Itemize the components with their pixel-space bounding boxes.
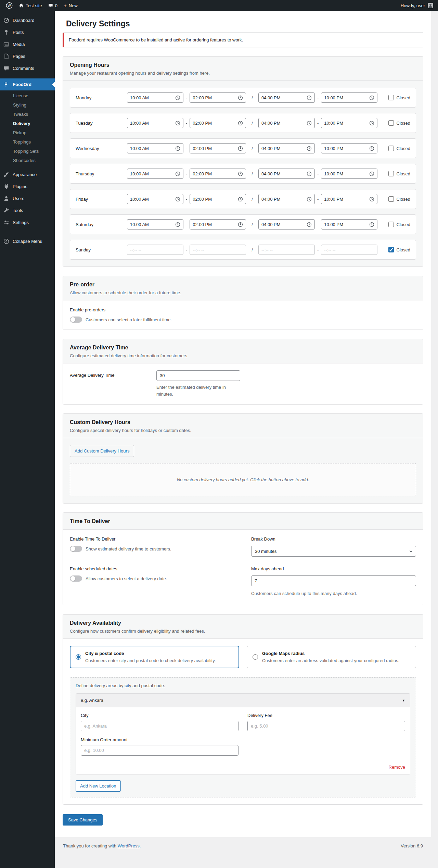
time-field-close-1[interactable] (190, 118, 246, 128)
submenu-item-topping-sets[interactable]: Topping Sets (0, 147, 55, 156)
time-input[interactable] (324, 222, 367, 227)
max-days-input[interactable] (251, 575, 416, 586)
option-city-postal-radio[interactable] (76, 654, 81, 660)
time-input[interactable] (193, 197, 236, 202)
time-input[interactable] (130, 171, 173, 176)
time-input[interactable] (193, 146, 236, 151)
add-new-location-button[interactable]: Add New Location (76, 780, 121, 792)
save-changes-button[interactable]: Save Changes (63, 814, 103, 826)
option-google-maps[interactable]: Google Maps radius Customers enter an ad… (247, 646, 416, 668)
preorder-toggle[interactable] (70, 317, 82, 323)
time-field-open-1[interactable] (127, 118, 183, 128)
closed-checkbox[interactable]: Closed (388, 146, 410, 151)
time-input[interactable] (193, 247, 243, 252)
closed-checkbox[interactable]: Closed (388, 95, 410, 100)
time-field-open-2[interactable] (258, 92, 315, 103)
location-accordion-header[interactable]: e.g. Ankara ▼ (76, 694, 410, 707)
time-field-open-2[interactable] (258, 245, 315, 255)
time-field-open-2[interactable] (258, 169, 315, 179)
time-field-close-2[interactable] (321, 118, 377, 128)
time-input[interactable] (130, 121, 173, 126)
wordpress-logo[interactable]: W (3, 0, 16, 11)
scheduled-dates-toggle[interactable] (70, 575, 82, 582)
time-input[interactable] (193, 121, 236, 126)
time-field-close-1[interactable] (190, 194, 246, 204)
time-input[interactable] (324, 95, 367, 100)
sidebar-item-appearance[interactable]: Appearance (0, 169, 55, 181)
time-field-close-1[interactable] (190, 245, 246, 255)
time-field-close-2[interactable] (321, 92, 377, 103)
howdy-user[interactable]: Howdy, user (401, 3, 425, 8)
time-field-open-1[interactable] (127, 194, 183, 204)
time-input[interactable] (193, 222, 236, 227)
sidebar-item-comments[interactable]: Comments (0, 62, 55, 74)
submenu-item-license[interactable]: License (0, 91, 55, 100)
breakdown-select[interactable]: 30 minutes (251, 546, 416, 557)
min-order-input[interactable] (81, 745, 239, 756)
avg-time-input[interactable] (156, 370, 240, 381)
site-name[interactable]: Test site (16, 0, 45, 11)
time-field-close-1[interactable] (190, 169, 246, 179)
closed-checkbox[interactable]: Closed (388, 196, 410, 202)
time-input[interactable] (130, 197, 173, 202)
closed-checkbox-input[interactable] (388, 247, 394, 252)
avatar[interactable] (428, 3, 433, 8)
time-field-close-2[interactable] (321, 219, 377, 230)
submenu-item-styling[interactable]: Styling (0, 100, 55, 110)
time-input[interactable] (130, 247, 180, 252)
time-input[interactable] (261, 171, 305, 176)
time-field-open-1[interactable] (127, 169, 183, 179)
sidebar-item-plugins[interactable]: Plugins (0, 181, 55, 193)
time-field-open-2[interactable] (258, 219, 315, 230)
option-google-maps-radio[interactable] (253, 654, 258, 660)
time-field-close-1[interactable] (190, 219, 246, 230)
time-input[interactable] (324, 171, 367, 176)
time-field-close-1[interactable] (190, 143, 246, 153)
closed-checkbox-input[interactable] (388, 222, 394, 227)
closed-checkbox-input[interactable] (388, 196, 394, 202)
closed-checkbox[interactable]: Closed (388, 222, 410, 227)
sidebar-item-pages[interactable]: Pages (0, 50, 55, 62)
time-field-open-2[interactable] (258, 143, 315, 153)
sidebar-item-media[interactable]: Media (0, 38, 55, 50)
time-input[interactable] (261, 197, 305, 202)
closed-checkbox-input[interactable] (388, 171, 394, 176)
comments-shortcut[interactable]: 0 (45, 0, 61, 11)
time-input[interactable] (261, 146, 305, 151)
time-input[interactable] (261, 95, 305, 100)
time-input[interactable] (130, 146, 173, 151)
city-input[interactable] (81, 721, 239, 731)
time-input[interactable] (193, 95, 236, 100)
time-field-open-2[interactable] (258, 118, 315, 128)
time-input[interactable] (261, 222, 305, 227)
time-field-close-2[interactable] (321, 245, 377, 255)
submenu-item-delivery[interactable]: Delivery (0, 119, 55, 128)
time-input[interactable] (130, 95, 173, 100)
time-field-close-2[interactable] (321, 169, 377, 179)
time-input[interactable] (193, 171, 236, 176)
sidebar-item-foodord[interactable]: FoodOrd (0, 78, 55, 90)
time-input[interactable] (261, 247, 312, 252)
closed-checkbox[interactable]: Closed (388, 120, 410, 126)
new-content-button[interactable]: + New (61, 0, 81, 11)
sidebar-item-settings[interactable]: Settings (0, 216, 55, 228)
option-city-postal[interactable]: City & postal code Customers enter city … (70, 646, 239, 668)
time-field-open-1[interactable] (127, 92, 183, 103)
submenu-item-toppings[interactable]: Toppings (0, 137, 55, 147)
submenu-item-shortcodes[interactable]: Shortcodes (0, 156, 55, 165)
time-field-open-1[interactable] (127, 219, 183, 230)
remove-location-link[interactable]: Remove (81, 765, 405, 770)
closed-checkbox[interactable]: Closed (388, 247, 410, 252)
closed-checkbox-input[interactable] (388, 120, 394, 126)
time-input[interactable] (324, 197, 367, 202)
sidebar-item-posts[interactable]: Posts (0, 26, 55, 38)
time-input[interactable] (324, 146, 367, 151)
submenu-item-tweaks[interactable]: Tweaks (0, 110, 55, 119)
closed-checkbox[interactable]: Closed (388, 171, 410, 176)
closed-checkbox-input[interactable] (388, 146, 394, 151)
sidebar-item-users[interactable]: Users (0, 193, 55, 204)
wordpress-link[interactable]: WordPress (118, 843, 140, 848)
sidebar-item-tools[interactable]: Tools (0, 204, 55, 216)
time-field-close-2[interactable] (321, 194, 377, 204)
time-field-open-2[interactable] (258, 194, 315, 204)
